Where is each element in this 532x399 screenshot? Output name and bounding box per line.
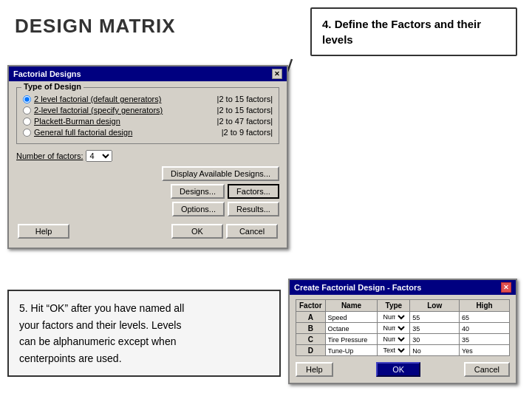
low-cell[interactable] <box>410 334 460 345</box>
page-title: DESIGN MATRIX <box>15 15 176 38</box>
callout-box: 4. Define the Factors and their levels <box>310 7 517 56</box>
col-name: Name <box>325 300 378 312</box>
num-factors-label: Number of factors: <box>16 151 83 160</box>
high-input[interactable] <box>462 314 507 321</box>
name-input[interactable] <box>328 336 375 344</box>
radio-label-1: 2-level factorial (specify generators) <box>34 106 217 115</box>
callout-number: 4. <box>322 18 332 30</box>
name-cell[interactable] <box>325 334 378 345</box>
factors-titlebar: Create Factorial Design - Factors ✕ <box>290 280 516 295</box>
options-results-row: Options... Results... <box>16 202 279 216</box>
high-cell[interactable] <box>460 323 510 334</box>
radio-row-1[interactable]: 2-level factorial (specify generators) |… <box>23 106 273 115</box>
instruction-line1: 5. Hit “OK” after you have named all <box>19 300 269 316</box>
low-cell[interactable] <box>410 323 460 334</box>
table-row: A Numeric Text <box>296 312 510 323</box>
low-cell[interactable] <box>410 345 460 356</box>
factorial-dialog: Factorial Designs ✕ Type of Design 2 lev… <box>7 65 288 249</box>
designs-factors-row: Designs... Factors... <box>16 184 279 199</box>
type-cell[interactable]: Numeric Text <box>378 334 410 345</box>
factor-cell: A <box>296 312 326 323</box>
table-row: C Numeric Text <box>296 334 510 345</box>
help-button[interactable]: Help <box>18 224 69 239</box>
high-input[interactable] <box>462 336 507 344</box>
radio-range-2: |2 to 47 factors| <box>217 117 273 126</box>
display-btn-row: Display Available Designs... <box>16 166 279 181</box>
table-row: B Numeric Text <box>296 323 510 334</box>
group-label: Type of Design <box>21 82 83 91</box>
low-input[interactable] <box>412 336 457 344</box>
radio-option-1[interactable] <box>23 106 31 115</box>
low-cell[interactable] <box>410 312 460 323</box>
factor-cell: C <box>296 334 326 345</box>
designs-button[interactable]: Designs... <box>171 184 225 199</box>
design-type-group: Type of Design 2 level factorial (defaul… <box>16 87 279 144</box>
radio-row-3[interactable]: General full factorial design |2 to 9 fa… <box>23 128 273 137</box>
type-select[interactable]: Numeric Text <box>380 335 407 344</box>
name-cell[interactable] <box>325 345 378 356</box>
instruction-line4: centerpoints are used. <box>19 350 269 366</box>
col-factor: Factor <box>296 300 326 312</box>
col-low: Low <box>410 300 460 312</box>
high-cell[interactable] <box>460 334 510 345</box>
radio-row-2[interactable]: Plackett-Burman design |2 to 47 factors| <box>23 117 273 126</box>
type-select[interactable]: Text Text <box>380 346 407 355</box>
type-select[interactable]: Numeric Text <box>380 313 407 321</box>
num-factors-select[interactable]: 4235 <box>86 150 112 162</box>
radio-option-0[interactable] <box>23 95 31 103</box>
cancel-button[interactable]: Cancel <box>226 224 278 239</box>
num-factors-row: Number of factors: 4235 <box>16 150 279 162</box>
options-button[interactable]: Options... <box>172 202 225 216</box>
low-input[interactable] <box>412 314 457 321</box>
radio-label-0: 2 level factorial (default generators) <box>34 95 217 103</box>
table-row: D Text Text <box>296 345 510 356</box>
factors-dialog: Create Factorial Design - Factors ✕ Fact… <box>288 279 517 384</box>
radio-label-3: General full factorial design <box>34 128 222 137</box>
col-type: Type <box>378 300 410 312</box>
factors-help-button[interactable]: Help <box>296 362 333 377</box>
callout-text: Define the Factors and their levels <box>322 18 481 46</box>
name-input[interactable] <box>328 347 375 355</box>
type-cell[interactable]: Numeric Text <box>378 312 410 323</box>
factorial-title: Factorial Designs <box>13 69 81 78</box>
radio-row-0[interactable]: 2 level factorial (default generators) |… <box>23 95 273 103</box>
instruction-line2: your factors and their levels. Levels <box>19 317 269 333</box>
high-input[interactable] <box>462 347 507 355</box>
high-input[interactable] <box>462 325 507 332</box>
factorial-close-button[interactable]: ✕ <box>272 69 282 79</box>
name-cell[interactable] <box>325 323 378 334</box>
high-cell[interactable] <box>460 312 510 323</box>
radio-range-1: |2 to 15 factors| <box>217 106 273 115</box>
factors-ok-button[interactable]: OK <box>376 362 420 377</box>
name-input[interactable] <box>328 325 375 332</box>
factors-title: Create Factorial Design - Factors <box>294 283 421 292</box>
radio-range-0: |2 to 15 factors| <box>217 95 273 103</box>
factors-table: Factor Name Type Low High A Numeric Text <box>296 299 510 356</box>
radio-range-3: |2 to 9 factors| <box>222 128 273 137</box>
factors-cancel-button[interactable]: Cancel <box>464 362 510 377</box>
results-button[interactable]: Results... <box>228 202 279 216</box>
low-input[interactable] <box>412 325 457 332</box>
factorial-titlebar: Factorial Designs ✕ <box>9 66 287 81</box>
radio-option-3[interactable] <box>23 129 31 137</box>
col-high: High <box>460 300 510 312</box>
radio-option-2[interactable] <box>23 117 31 126</box>
type-cell[interactable]: Text Text <box>378 345 410 356</box>
type-select[interactable]: Numeric Text <box>380 324 407 332</box>
factors-close-button[interactable]: ✕ <box>501 282 511 293</box>
factors-button[interactable]: Factors... <box>228 184 279 199</box>
factor-cell: D <box>296 345 326 356</box>
radio-label-2: Plackett-Burman design <box>34 117 217 126</box>
type-cell[interactable]: Numeric Text <box>378 323 410 334</box>
instruction-text: 5. Hit “OK” after you have named all you… <box>7 290 281 377</box>
ok-button[interactable]: OK <box>171 224 223 239</box>
instruction-line3: can be alphanumeric except when <box>19 333 269 349</box>
name-input[interactable] <box>328 314 375 321</box>
bottom-btn-row: Help OK Cancel <box>16 221 279 242</box>
display-available-button[interactable]: Display Available Designs... <box>162 166 279 181</box>
name-cell[interactable] <box>325 312 378 323</box>
low-input[interactable] <box>412 347 457 355</box>
factors-bottom-row: Help OK Cancel <box>296 361 510 378</box>
high-cell[interactable] <box>460 345 510 356</box>
factor-cell: B <box>296 323 326 334</box>
